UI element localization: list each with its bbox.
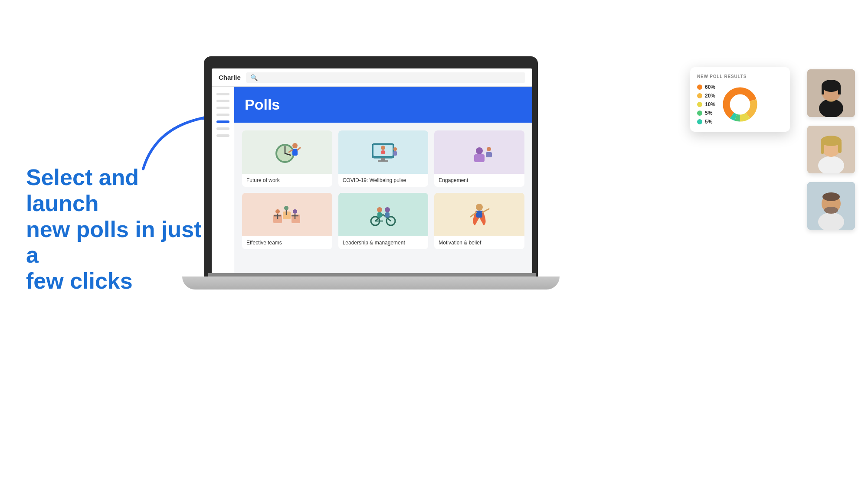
svg-point-27 — [293, 209, 297, 214]
sidebar-item-1[interactable] — [216, 93, 229, 95]
legend-label-1: 60% — [705, 84, 715, 90]
popup-title: NEW POLL RESULTS — [697, 74, 783, 79]
svg-rect-16 — [393, 151, 397, 156]
avatar-3-placeholder — [807, 182, 855, 230]
svg-point-50 — [731, 96, 749, 113]
svg-rect-56 — [838, 86, 841, 94]
card-label-motivation: Motivation & belief — [434, 236, 524, 249]
sidebar — [212, 87, 234, 274]
legend-dot-2 — [697, 93, 702, 98]
headline: Select and launch new polls in just a fe… — [26, 165, 208, 294]
avatar-2 — [807, 126, 855, 173]
svg-point-17 — [476, 147, 483, 154]
legend-item-3: 10% — [697, 101, 715, 107]
svg-point-67 — [822, 192, 840, 201]
legend-label-2: 20% — [705, 93, 715, 99]
sidebar-item-5-active[interactable] — [216, 120, 229, 123]
legend-label-4: 5% — [705, 110, 712, 116]
svg-rect-42 — [476, 211, 482, 218]
svg-point-15 — [393, 147, 397, 151]
poll-card-engagement[interactable]: Engagement — [434, 130, 524, 187]
legend-dot-5 — [697, 119, 702, 124]
left-content: Select and launch new polls in just a fe… — [26, 165, 208, 294]
sidebar-item-6[interactable] — [216, 127, 229, 130]
legend-item-5: 5% — [697, 119, 715, 125]
laptop-frame: Charlie 🔍 Polls — [182, 56, 560, 303]
poll-card-leadership[interactable]: Leadership & management — [338, 193, 429, 249]
poll-results-popup: NEW POLL RESULTS 60% 20% 10% 5% 5% — [690, 67, 790, 132]
svg-point-54 — [822, 80, 841, 92]
svg-rect-62 — [821, 141, 824, 154]
svg-point-24 — [275, 209, 280, 214]
svg-rect-38 — [377, 212, 382, 218]
card-label-engagement: Engagement — [434, 174, 524, 187]
legend-dot-3 — [697, 102, 702, 107]
laptop-screen: Charlie 🔍 Polls — [208, 65, 536, 277]
card-image-covid — [338, 130, 429, 174]
svg-rect-63 — [838, 141, 842, 153]
donut-chart — [721, 85, 760, 124]
svg-point-11 — [381, 146, 385, 150]
sidebar-item-4[interactable] — [216, 114, 229, 116]
svg-point-39 — [385, 207, 390, 212]
svg-point-57 — [828, 99, 835, 102]
legend-dot-4 — [697, 111, 702, 116]
popup-legend: 60% 20% 10% 5% 5% — [697, 84, 715, 125]
card-image-future — [242, 130, 332, 174]
poll-card-future-of-work[interactable]: Future of work — [242, 130, 332, 187]
svg-point-30 — [284, 206, 288, 210]
headline-line3: few clicks — [26, 268, 133, 293]
svg-line-44 — [482, 209, 489, 212]
svg-rect-12 — [381, 150, 385, 154]
svg-line-8 — [298, 148, 300, 150]
svg-point-5 — [292, 143, 298, 148]
legend-label-5: 5% — [705, 119, 712, 125]
headline-line2: new polls in just a — [26, 217, 201, 268]
card-image-engagement — [434, 130, 524, 174]
poll-card-motivation[interactable]: Motivation & belief — [434, 193, 524, 249]
legend-label-3: 10% — [705, 101, 715, 107]
legend-item-1: 60% — [697, 84, 715, 90]
card-image-leadership — [338, 193, 429, 236]
polls-header: Polls — [234, 87, 532, 123]
legend-item-2: 20% — [697, 93, 715, 99]
main-content: Polls — [234, 87, 532, 274]
poll-card-covid[interactable]: COVID-19: Wellbeing pulse — [338, 130, 429, 187]
polls-grid: Future of work — [234, 123, 532, 257]
popup-body: 60% 20% 10% 5% 5% — [697, 84, 783, 125]
svg-rect-55 — [822, 86, 824, 94]
svg-rect-13 — [381, 158, 385, 160]
search-icon: 🔍 — [250, 74, 258, 81]
avatar-3 — [807, 182, 855, 230]
svg-rect-14 — [378, 160, 388, 162]
card-label-covid: COVID-19: Wellbeing pulse — [338, 174, 429, 187]
card-image-motivation — [434, 193, 524, 236]
sidebar-item-7[interactable] — [216, 134, 229, 137]
sidebar-item-3[interactable] — [216, 107, 229, 109]
avatar-1 — [807, 69, 855, 117]
avatar-2-placeholder — [807, 126, 855, 173]
svg-point-41 — [476, 204, 483, 211]
topbar: Charlie 🔍 — [212, 68, 532, 87]
card-label-teams: Effective teams — [242, 236, 332, 249]
brand-logo: Charlie — [219, 74, 241, 81]
card-label-future: Future of work — [242, 174, 332, 187]
search-bar[interactable]: 🔍 — [246, 72, 525, 83]
svg-rect-20 — [486, 152, 492, 157]
card-image-teams — [242, 193, 332, 236]
card-label-leadership: Leadership & management — [338, 236, 429, 249]
polls-title: Polls — [245, 96, 522, 113]
svg-point-37 — [377, 207, 382, 212]
legend-dot-1 — [697, 85, 702, 90]
poll-card-effective-teams[interactable]: Effective teams — [242, 193, 332, 249]
svg-point-68 — [824, 207, 838, 214]
avatars-right — [807, 69, 855, 230]
legend-item-4: 5% — [697, 110, 715, 116]
svg-point-19 — [487, 147, 491, 151]
svg-rect-6 — [292, 149, 298, 156]
laptop-body — [182, 277, 560, 290]
headline-line1: Select and launch — [26, 165, 139, 216]
sidebar-item-2[interactable] — [216, 100, 229, 102]
avatar-1-placeholder — [807, 69, 855, 117]
svg-rect-18 — [474, 154, 485, 162]
